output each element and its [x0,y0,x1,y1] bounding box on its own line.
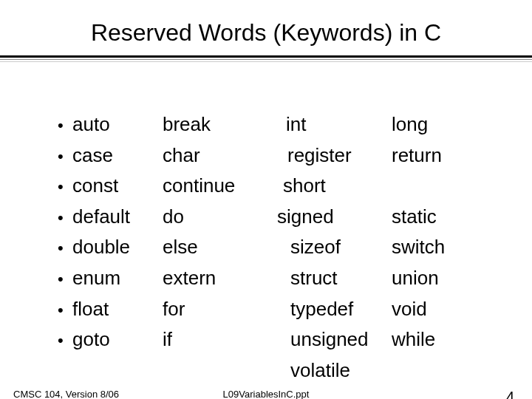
list-item: for [163,294,277,325]
list-item: •double [58,232,163,263]
list-item: char [163,140,277,171]
bullet-icon: • [58,233,72,263]
list-item: extern [163,263,277,294]
bullet-icon: • [58,265,72,294]
column-1: •auto •case •const •default •double •enu… [37,109,163,386]
list-item: •enum [58,263,163,294]
list-item: while [392,324,495,355]
list-item: •auto [58,109,163,140]
list-item: •goto [58,324,163,355]
list-item: unsigned [277,324,392,355]
list-item: break [163,109,277,140]
list-item: •default [58,202,163,233]
blank-line [392,171,495,202]
list-item: register [277,140,392,171]
keywords-columns: •auto •case •const •default •double •enu… [37,109,495,386]
bullet-icon: • [58,326,72,355]
list-item: short [277,171,392,202]
bullet-icon: • [58,296,72,325]
bullet-icon: • [58,142,72,171]
list-item: struct [277,263,392,294]
list-item: union [392,263,495,294]
list-item: •float [58,294,163,325]
list-item: if [163,324,277,355]
slide-title: Reserved Words (Keywords) in C [37,19,495,47]
list-item: do [163,202,277,233]
list-item: int [277,109,392,140]
column-2: break char continue do else extern for i… [163,109,277,386]
slide: Reserved Words (Keywords) in C •auto •ca… [0,0,532,399]
list-item: typedef [277,294,392,325]
list-item: switch [392,232,495,263]
list-item: else [163,232,277,263]
column-3: int register short signed sizeof struct … [277,109,392,386]
list-item: continue [163,171,277,202]
bullet-icon: • [58,172,72,202]
column-4: long return static switch union void whi… [392,109,495,386]
list-item: volatile [277,355,392,386]
list-item: sizeof [277,232,392,263]
bullet-icon: • [58,111,72,140]
list-item: signed [277,202,392,233]
list-item: •const [58,171,163,202]
title-underline [0,55,532,62]
footer-center: L09VariablesInC.ppt [0,389,532,399]
footer-page-number: 4 [506,389,514,399]
bullet-icon: • [58,203,72,233]
list-item: void [392,294,495,325]
list-item: •case [58,140,163,171]
list-item: return [392,140,495,171]
list-item: long [392,109,495,140]
list-item: static [392,202,495,233]
